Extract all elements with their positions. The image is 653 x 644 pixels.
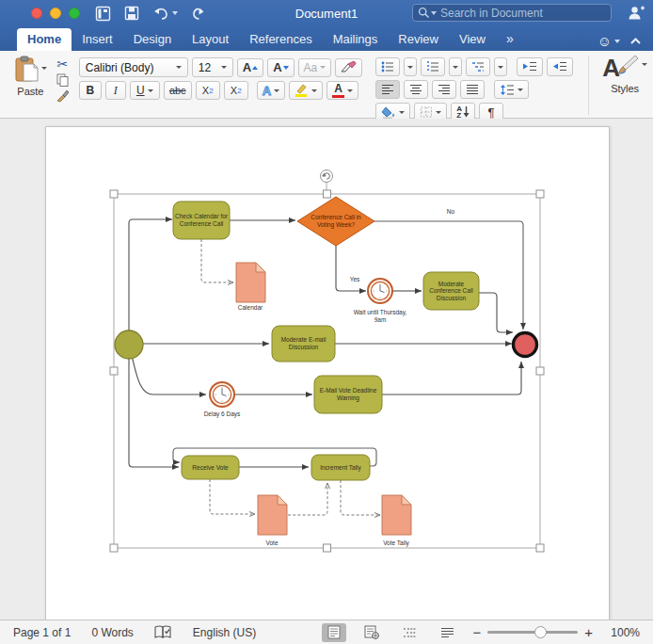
tab-overflow-chevron[interactable]: »: [496, 27, 523, 51]
tab-layout[interactable]: Layout: [182, 28, 239, 51]
timer-delay[interactable]: [210, 382, 234, 407]
zoom-level[interactable]: 100%: [606, 626, 640, 639]
document-page[interactable]: Check Calendar for Conference Call Confe…: [45, 126, 610, 620]
numbering-button[interactable]: [421, 57, 445, 76]
multilevel-list-icon: [471, 61, 485, 72]
text-effects-button[interactable]: A: [257, 81, 285, 100]
close-window-button[interactable]: [31, 8, 42, 19]
highlight-caret[interactable]: [311, 89, 317, 92]
smiley-icon: ☺: [597, 34, 612, 48]
web-layout-view-button[interactable]: [359, 623, 384, 642]
edge-yes-label: Yes: [343, 275, 366, 284]
clear-formatting-button[interactable]: [335, 58, 362, 77]
align-left-button[interactable]: [375, 80, 400, 99]
tab-insert[interactable]: Insert: [72, 28, 123, 51]
grow-font-button[interactable]: A: [237, 58, 263, 77]
font-name-select[interactable]: Calibri (Body): [79, 57, 188, 77]
copy-icon[interactable]: [56, 73, 69, 87]
tab-review[interactable]: Review: [388, 28, 449, 51]
highlight-button[interactable]: [289, 81, 323, 100]
justify-button[interactable]: [460, 80, 485, 99]
underline-caret[interactable]: [148, 89, 153, 92]
language-indicator[interactable]: English (US): [193, 626, 256, 639]
print-layout-view-button[interactable]: [322, 623, 346, 642]
increase-indent-button[interactable]: [547, 57, 573, 76]
bullets-button[interactable]: [375, 57, 400, 76]
align-center-button[interactable]: [404, 80, 428, 99]
new-document-icon[interactable]: [95, 6, 111, 22]
styles-group: A Styles: [588, 56, 647, 115]
numbering-caret[interactable]: [449, 57, 462, 76]
word-count[interactable]: 0 Words: [91, 626, 133, 639]
multilevel-list-button[interactable]: [466, 57, 490, 76]
font-color-button[interactable]: A: [326, 81, 358, 100]
tab-references[interactable]: References: [239, 28, 322, 51]
tab-mailings[interactable]: Mailings: [323, 28, 389, 51]
doc-vote[interactable]: [258, 495, 287, 535]
task-moderate-conference-label: Moderate Conference Call Discussion: [423, 272, 479, 310]
align-right-button[interactable]: [432, 80, 456, 99]
bpmn-diagram[interactable]: [46, 127, 611, 620]
zoom-slider[interactable]: [487, 631, 578, 634]
decrease-indent-button[interactable]: [517, 57, 543, 76]
print-layout-icon: [327, 625, 341, 639]
underline-button[interactable]: U: [130, 81, 160, 100]
feedback-smiley-button[interactable]: ☺: [597, 34, 620, 48]
search-input[interactable]: [440, 7, 591, 20]
tab-home[interactable]: Home: [17, 28, 72, 51]
superscript-button[interactable]: X2: [224, 81, 248, 100]
task-check-calendar-label: Check Calendar for Conference Call: [173, 201, 230, 239]
font-size-select[interactable]: 12: [192, 57, 233, 77]
minimize-window-button[interactable]: [50, 8, 61, 19]
start-event[interactable]: [115, 330, 143, 359]
paste-button[interactable]: [14, 56, 47, 84]
save-icon[interactable]: [124, 6, 139, 21]
draft-view-button[interactable]: [435, 623, 459, 642]
bullets-caret[interactable]: [404, 57, 417, 76]
zoom-slider-knob[interactable]: [534, 626, 547, 638]
task-moderate-email-label: Moderate E-mail Discussion: [272, 326, 335, 362]
ribbon-tab-bar: Home Insert Design Layout References Mai…: [0, 26, 653, 51]
outline-view-button[interactable]: [397, 623, 422, 642]
italic-button[interactable]: I: [105, 81, 126, 100]
shrink-font-button[interactable]: A: [267, 58, 294, 77]
bold-button[interactable]: B: [79, 81, 102, 100]
font-color-caret[interactable]: [347, 89, 353, 92]
doc-calendar[interactable]: [236, 263, 265, 302]
zoom-window-button[interactable]: [69, 8, 80, 19]
undo-dropdown-caret[interactable]: [172, 11, 178, 15]
styles-button[interactable]: A: [602, 56, 647, 80]
doc-vote-tally[interactable]: [382, 495, 411, 535]
tab-design[interactable]: Design: [123, 28, 182, 51]
cut-icon[interactable]: ✂: [56, 57, 68, 71]
borders-caret[interactable]: [436, 111, 441, 114]
line-spacing-button[interactable]: [494, 80, 529, 99]
undo-button[interactable]: [152, 7, 178, 21]
shading-caret[interactable]: [399, 111, 405, 114]
format-painter-icon[interactable]: [56, 89, 70, 103]
search-scope-caret[interactable]: [431, 11, 437, 15]
styles-caret[interactable]: [642, 63, 647, 66]
search-box[interactable]: [412, 4, 612, 22]
doc-vote-label: Vote: [244, 539, 300, 548]
page-count[interactable]: Page 1 of 1: [13, 626, 71, 639]
end-event[interactable]: [514, 333, 537, 357]
proofing-icon[interactable]: [154, 625, 172, 639]
text-effects-caret[interactable]: [274, 89, 279, 92]
subscript-button[interactable]: X2: [196, 81, 220, 100]
multilevel-caret[interactable]: [494, 57, 507, 76]
redo-icon[interactable]: [191, 7, 205, 21]
doc-calendar-label: Calendar: [222, 303, 279, 313]
zoom-out-button[interactable]: −: [472, 624, 481, 640]
timer-wait-until[interactable]: [368, 279, 392, 303]
line-spacing-caret[interactable]: [518, 89, 523, 91]
collapse-ribbon-icon[interactable]: [629, 37, 642, 45]
document-canvas[interactable]: Check Calendar for Conference Call Confe…: [0, 119, 653, 620]
zoom-in-button[interactable]: +: [584, 624, 593, 640]
paste-dropdown-caret[interactable]: [41, 67, 47, 70]
tab-view[interactable]: View: [449, 28, 496, 51]
window-controls: [31, 8, 80, 19]
share-icon[interactable]: [628, 5, 645, 21]
strikethrough-button[interactable]: abc: [164, 81, 192, 100]
change-case-button[interactable]: Aa: [298, 58, 332, 77]
